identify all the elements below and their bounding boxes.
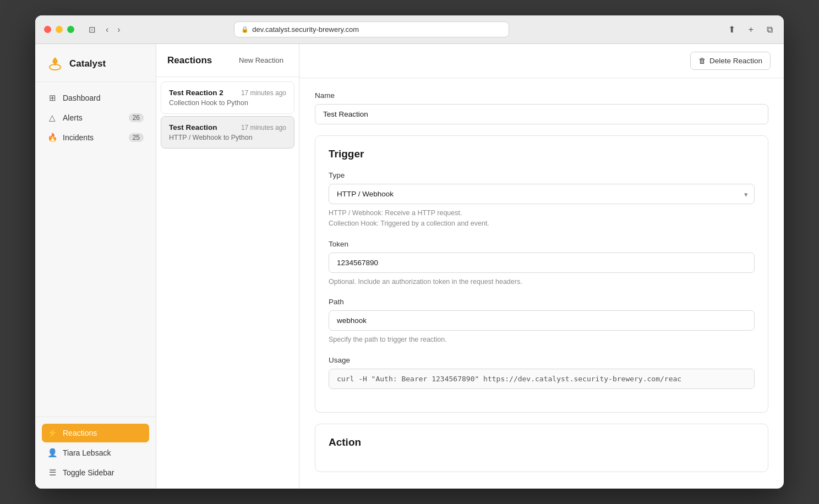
sidebar-item-toggle-sidebar[interactable]: ☰ Toggle Sidebar <box>42 463 149 482</box>
sidebar-nav: ⊞ Dashboard △ Alerts 26 🔥 Incidents 25 <box>35 82 156 417</box>
minimize-button[interactable] <box>56 26 63 33</box>
reaction-item-time: 17 minutes ago <box>241 124 286 132</box>
alerts-icon: △ <box>47 113 57 123</box>
reaction-item-desc: Collection Hook to Python <box>169 99 286 107</box>
delete-btn-label: Delete Reaction <box>709 57 762 65</box>
reactions-panel: Reactions New Reaction Test Reaction 2 1… <box>156 44 299 489</box>
sidebar-item-alerts[interactable]: △ Alerts 26 <box>42 108 149 127</box>
browser-controls: ⊡ ‹ › <box>85 23 123 37</box>
detail-header: 🗑 Delete Reaction <box>299 44 784 78</box>
trigger-section: Trigger Type HTTP / Webhook Collection H… <box>315 135 768 413</box>
action-section: Action <box>315 424 768 472</box>
path-label: Path <box>329 298 755 306</box>
app-content: Catalyst ⊞ Dashboard △ Alerts 26 🔥 Incid… <box>35 44 784 489</box>
dashboard-icon: ⊞ <box>47 93 57 103</box>
sidebar-item-reactions[interactable]: ⚡ Reactions <box>42 424 149 442</box>
toggle-sidebar-icon: ☰ <box>47 468 57 478</box>
name-field-group: Name <box>315 91 768 124</box>
browser-titlebar: ⊡ ‹ › 🔒 dev.catalyst.security-brewery.co… <box>35 15 784 44</box>
incidents-badge: 25 <box>129 133 144 142</box>
reaction-item-name: Test Reaction 2 <box>169 89 223 97</box>
reaction-item-name: Test Reaction <box>169 123 217 132</box>
detail-panel: 🗑 Delete Reaction Name Trigger <box>299 44 784 489</box>
user-icon: 👤 <box>47 448 57 458</box>
reaction-item-time: 17 minutes ago <box>241 89 286 97</box>
path-input[interactable] <box>329 310 755 331</box>
sidebar-label-alerts: Alerts <box>63 113 83 122</box>
browser-window: ⊡ ‹ › 🔒 dev.catalyst.security-brewery.co… <box>35 15 784 489</box>
back-button[interactable]: ‹ <box>103 23 111 37</box>
type-hint-line1: HTTP / Webhook: Receive a HTTP request. <box>329 209 462 217</box>
tabs-button[interactable]: ⧉ <box>765 23 775 37</box>
main-panel: Reactions New Reaction Test Reaction 2 1… <box>156 44 784 489</box>
path-hint: Specify the path to trigger the reaction… <box>329 335 755 345</box>
trash-icon: 🗑 <box>698 57 706 65</box>
delete-reaction-button[interactable]: 🗑 Delete Reaction <box>690 52 771 70</box>
sidebar-label-incidents: Incidents <box>63 133 94 142</box>
new-tab-button[interactable]: + <box>746 23 756 37</box>
incidents-icon: 🔥 <box>47 133 57 143</box>
sidebar: Catalyst ⊞ Dashboard △ Alerts 26 🔥 Incid… <box>35 44 156 489</box>
token-input[interactable] <box>329 253 755 273</box>
reaction-list: Test Reaction 2 17 minutes ago Collectio… <box>156 77 299 489</box>
path-field-group: Path Specify the path to trigger the rea… <box>329 298 755 345</box>
type-select[interactable]: HTTP / Webhook Collection Hook <box>329 184 755 204</box>
sidebar-label-reactions: Reactions <box>63 429 97 437</box>
sidebar-label-dashboard: Dashboard <box>63 94 101 102</box>
action-section-title: Action <box>329 436 755 448</box>
reaction-item-desc: HTTP / Webhook to Python <box>169 134 286 141</box>
detail-content: Name Trigger Type HTTP / Webhook <box>299 78 784 489</box>
reaction-item[interactable]: Test Reaction 17 minutes ago HTTP / Webh… <box>161 116 294 149</box>
token-field-group: Token Optional. Include an authorization… <box>329 240 755 287</box>
sidebar-item-incidents[interactable]: 🔥 Incidents 25 <box>42 128 149 147</box>
reaction-item[interactable]: Test Reaction 2 17 minutes ago Collectio… <box>161 81 294 114</box>
alerts-badge: 26 <box>129 113 144 122</box>
browser-actions: ⬆ + ⧉ <box>726 22 775 37</box>
sidebar-bottom: ⚡ Reactions 👤 Tiara Lebsack ☰ Toggle Sid… <box>35 417 156 489</box>
logo-text: Catalyst <box>69 58 106 69</box>
svg-point-1 <box>54 63 56 65</box>
usage-field-group: Usage curl -H "Auth: Bearer 1234567890" … <box>329 356 755 389</box>
traffic-lights <box>44 26 74 33</box>
sidebar-item-user[interactable]: 👤 Tiara Lebsack <box>42 443 149 462</box>
sidebar-label-user: Tiara Lebsack <box>63 448 111 457</box>
sidebar-label-toggle-sidebar: Toggle Sidebar <box>63 468 114 477</box>
close-button[interactable] <box>44 26 51 33</box>
trigger-section-title: Trigger <box>329 148 755 160</box>
url-bar[interactable]: 🔒 dev.catalyst.security-brewery.com <box>234 21 509 37</box>
type-field-group: Type HTTP / Webhook Collection Hook ▾ HT… <box>329 171 755 229</box>
forward-button[interactable]: › <box>115 23 122 37</box>
type-hint: HTTP / Webhook: Receive a HTTP request. … <box>329 208 755 229</box>
catalyst-logo-icon <box>46 55 64 73</box>
token-label: Token <box>329 240 755 248</box>
name-input[interactable] <box>315 104 768 124</box>
new-reaction-button[interactable]: New Reaction <box>234 54 288 67</box>
reactions-panel-header: Reactions New Reaction <box>156 44 299 77</box>
type-hint-line2: Collection Hook: Triggered by a collecti… <box>329 220 489 227</box>
share-button[interactable]: ⬆ <box>726 22 738 37</box>
reaction-item-header: Test Reaction 2 17 minutes ago <box>169 89 286 97</box>
usage-label: Usage <box>329 356 755 364</box>
reactions-icon: ⚡ <box>47 428 57 438</box>
reactions-panel-title: Reactions <box>167 55 212 66</box>
url-text: dev.catalyst.security-brewery.com <box>252 25 359 34</box>
usage-value: curl -H "Auth: Bearer 1234567890" https:… <box>329 369 755 389</box>
sidebar-item-dashboard[interactable]: ⊞ Dashboard <box>42 89 149 107</box>
sidebar-logo: Catalyst <box>35 44 156 82</box>
lock-icon: 🔒 <box>241 26 249 33</box>
type-select-wrapper: HTTP / Webhook Collection Hook ▾ <box>329 184 755 204</box>
name-label: Name <box>315 91 768 100</box>
sidebar-toggle-icon[interactable]: ⊡ <box>85 23 99 37</box>
token-hint: Optional. Include an authorization token… <box>329 277 755 287</box>
maximize-button[interactable] <box>67 26 74 33</box>
type-label: Type <box>329 171 755 179</box>
reaction-item-header: Test Reaction 17 minutes ago <box>169 123 286 132</box>
